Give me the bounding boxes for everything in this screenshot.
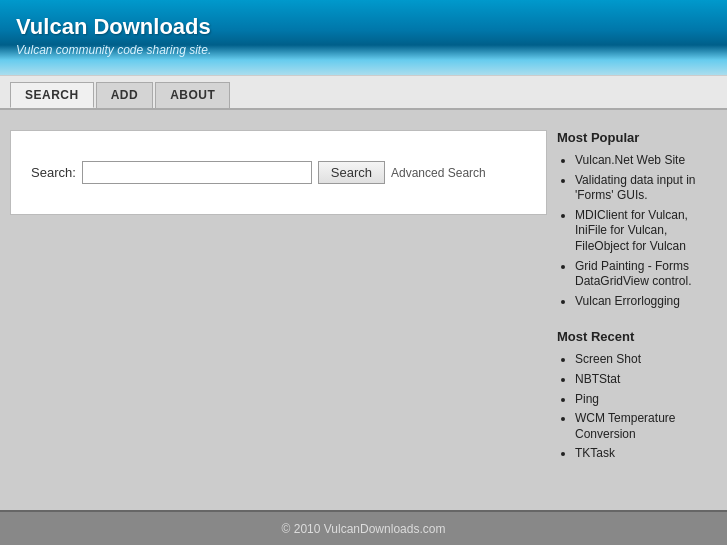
site-subtitle: Vulcan community code sharing site. <box>16 43 711 57</box>
content-area: Search: Search Advanced Search <box>10 130 547 490</box>
list-item[interactable]: NBTStat <box>575 372 717 388</box>
list-item[interactable]: Ping <box>575 392 717 408</box>
search-button[interactable]: Search <box>318 161 385 184</box>
search-row: Search: Search Advanced Search <box>31 161 526 184</box>
list-item[interactable]: Vulcan Errorlogging <box>575 294 717 310</box>
nav-tab-search[interactable]: SEARCH <box>10 82 94 108</box>
most-recent-title: Most Recent <box>557 329 717 344</box>
site-title: Vulcan Downloads <box>16 14 711 40</box>
navbar: SEARCH ADD ABOUT <box>0 75 727 110</box>
footer: © 2010 VulcanDownloads.com <box>0 510 727 545</box>
search-input[interactable] <box>82 161 312 184</box>
search-label: Search: <box>31 165 76 180</box>
most-recent-list: Screen ShotNBTStatPingWCM Temperature Co… <box>557 352 717 462</box>
nav-tab-about[interactable]: ABOUT <box>155 82 230 108</box>
search-box: Search: Search Advanced Search <box>10 130 547 215</box>
nav-tab-add[interactable]: ADD <box>96 82 154 108</box>
footer-text: © 2010 VulcanDownloads.com <box>282 522 446 536</box>
sidebar: Most Popular Vulcan.Net Web SiteValidati… <box>557 130 717 490</box>
list-item[interactable]: Vulcan.Net Web Site <box>575 153 717 169</box>
list-item[interactable]: Grid Painting - Forms DataGridView contr… <box>575 259 717 290</box>
list-item[interactable]: WCM Temperature Conversion <box>575 411 717 442</box>
list-item[interactable]: MDIClient for Vulcan, IniFile for Vulcan… <box>575 208 717 255</box>
most-popular-list: Vulcan.Net Web SiteValidating data input… <box>557 153 717 309</box>
list-item[interactable]: TKTask <box>575 446 717 462</box>
list-item[interactable]: Validating data input in 'Forms' GUIs. <box>575 173 717 204</box>
most-popular-title: Most Popular <box>557 130 717 145</box>
header: Vulcan Downloads Vulcan community code s… <box>0 0 727 75</box>
advanced-search-link[interactable]: Advanced Search <box>391 166 486 180</box>
list-item[interactable]: Screen Shot <box>575 352 717 368</box>
main-content: Search: Search Advanced Search Most Popu… <box>0 110 727 510</box>
